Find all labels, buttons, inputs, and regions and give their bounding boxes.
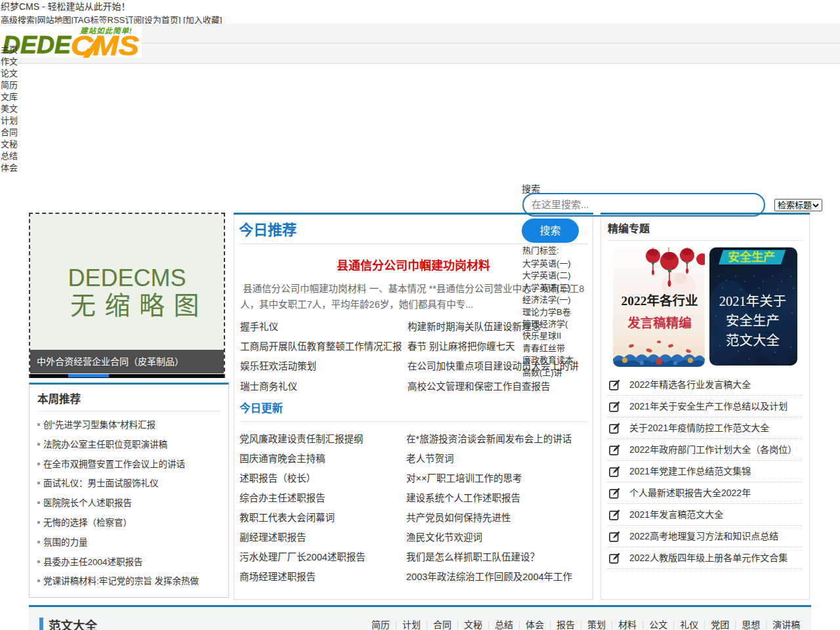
svg-text:2021年关于: 2021年关于 (719, 294, 787, 308)
svg-text:2022年各行业: 2022年各行业 (621, 293, 698, 308)
svg-text:安全生产: 安全生产 (728, 250, 775, 264)
svg-text:安全生产: 安全生产 (726, 314, 780, 328)
svg-text:范文大全: 范文大全 (726, 333, 780, 348)
svg-text:CMS: CMS (71, 30, 139, 58)
svg-text:发言稿精编: 发言稿精编 (627, 316, 692, 330)
